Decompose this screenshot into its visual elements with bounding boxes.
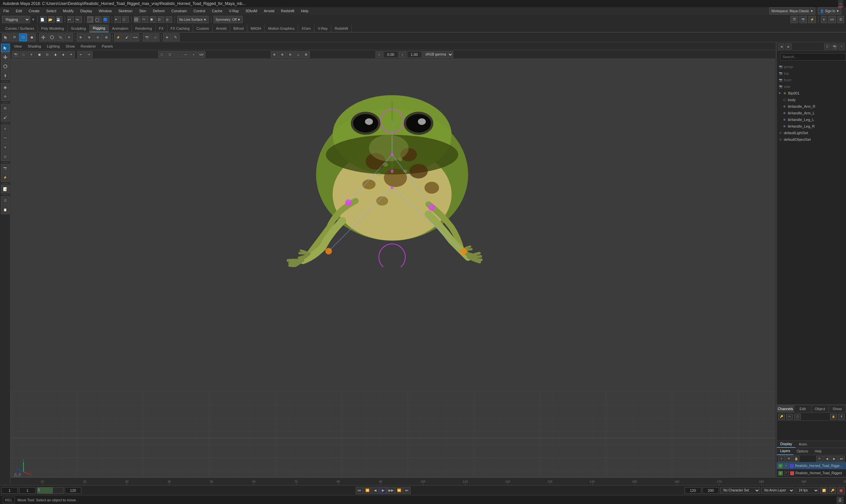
- menu-help[interactable]: Help: [300, 8, 310, 14]
- menu-3dtoall[interactable]: 3DtoAll: [244, 8, 258, 14]
- lasso-mode-btn[interactable]: ◯: [95, 16, 102, 23]
- end-frame-field[interactable]: 120: [685, 487, 701, 494]
- layer-refresh-btn[interactable]: ⟳: [816, 456, 823, 462]
- layer-next-btn[interactable]: ▶: [831, 456, 838, 462]
- vp-wireframe-btn[interactable]: ⊡: [43, 51, 51, 58]
- vp-menu-panels[interactable]: Panels: [101, 43, 114, 49]
- go-start-btn[interactable]: ⏮: [356, 487, 363, 494]
- vp-normals-vis-btn[interactable]: ⊥: [294, 51, 302, 58]
- tab-curves-surfaces[interactable]: Curves / Surfaces: [2, 24, 38, 32]
- snap-grid-btn[interactable]: [134, 16, 141, 23]
- tree-item-ikleg-l[interactable]: ⊗ ikHandle_Leg_L: [777, 116, 846, 123]
- ipr-icon-left[interactable]: ⚡: [1, 173, 10, 182]
- tab-mash[interactable]: MASH: [247, 24, 265, 32]
- layer-subtab-layers[interactable]: Layers: [777, 448, 793, 455]
- sign-in-button[interactable]: 👤 Sign In ▼: [818, 7, 841, 15]
- mirror-skin-btn[interactable]: ⟺: [131, 33, 139, 41]
- vp-shaded-btn[interactable]: ◑: [52, 51, 59, 58]
- snap-surface-icon[interactable]: ⊡: [1, 152, 10, 161]
- menu-deform[interactable]: Deform: [151, 8, 166, 14]
- cb-tab-channels[interactable]: Channels: [777, 405, 794, 413]
- prev-frame-btn[interactable]: ◀: [372, 487, 379, 494]
- tree-item-front[interactable]: 📷 front: [777, 77, 846, 83]
- panel-scroll-left-btn[interactable]: ◀: [778, 43, 784, 50]
- vp-film-gate-btn[interactable]: ▣: [36, 51, 43, 58]
- show-manip-icon[interactable]: ✛: [1, 92, 10, 101]
- vp-menu-view[interactable]: View: [13, 43, 23, 49]
- menu-control[interactable]: Control: [192, 8, 206, 14]
- open-scene-btn[interactable]: 📂: [48, 16, 55, 23]
- ik-spline-btn[interactable]: ⊘: [94, 33, 102, 41]
- start-frame-field[interactable]: 1: [1, 487, 18, 494]
- tree-item-persp[interactable]: 📷 persp: [777, 64, 846, 70]
- rotate-tool-btn[interactable]: [48, 33, 56, 41]
- mel-indicator[interactable]: MEL: [3, 497, 15, 503]
- mode-select[interactable]: Rigging Modeling Animation Rendering: [2, 16, 30, 23]
- tree-item-defaultlightset[interactable]: ⊙ defaultLightSet: [777, 129, 846, 136]
- paint-tool[interactable]: ⬡: [19, 33, 27, 41]
- tree-item-ikarm-r[interactable]: ⊗ ikHandle_Arm_R: [777, 103, 846, 110]
- play-fwd-btn[interactable]: ▶: [379, 487, 387, 494]
- panel-camera-btn[interactable]: 📷: [831, 43, 838, 50]
- vp-texture-btn[interactable]: ◈: [59, 51, 67, 58]
- tree-item-top[interactable]: 📷 top: [777, 70, 846, 77]
- tab-bifrost[interactable]: Bifrost: [230, 24, 247, 32]
- step-fwd-btn[interactable]: ⏩: [395, 487, 403, 494]
- workspace-dropdown[interactable]: Workspace: Maya Classic ▼: [769, 7, 815, 15]
- annotation-icon[interactable]: 📝: [1, 185, 10, 193]
- status-bar-settings-btn[interactable]: ☰: [837, 497, 843, 503]
- no-live-surface-btn[interactable]: No Live Surface ▼: [177, 16, 209, 23]
- vp-menu-lighting[interactable]: Lighting: [46, 43, 61, 49]
- vp-menu-renderer[interactable]: Renderer: [79, 43, 97, 49]
- layer-subtab-help[interactable]: Help: [811, 448, 825, 455]
- vp-gamma-value[interactable]: 1.00: [407, 51, 422, 58]
- scale-tool-btn[interactable]: [56, 33, 65, 41]
- vp-colorspace-select[interactable]: sRGB gamma Linear: [422, 51, 453, 58]
- menu-vray[interactable]: V-Ray: [228, 8, 240, 14]
- cb-tab-edit[interactable]: Edit: [794, 405, 811, 413]
- cb-key-btn[interactable]: 🔑: [778, 414, 785, 420]
- vp-sel-comp-btn[interactable]: ⬡: [166, 51, 174, 58]
- layer-tab-anim[interactable]: Anim: [795, 440, 810, 448]
- menu-redshift[interactable]: Redshift: [280, 8, 295, 14]
- menu-select[interactable]: Select: [45, 8, 58, 14]
- vp-grid-btn[interactable]: #: [28, 51, 35, 58]
- tree-item-ikleg-r[interactable]: ⊗ ikHandle_Leg_R: [777, 123, 846, 129]
- lassoselect-icon[interactable]: ⊜: [1, 104, 10, 112]
- vp-sel-obj-btn[interactable]: □: [158, 51, 166, 58]
- snap-curve-btn[interactable]: 〜: [142, 16, 148, 23]
- scale-tool-icon[interactable]: [1, 71, 10, 80]
- outliner-search[interactable]: [780, 53, 846, 60]
- select-tool-icon[interactable]: [1, 43, 10, 52]
- layer-item-main[interactable]: V P Realistic_Horned_Toad_Rigged: [777, 470, 846, 477]
- snap-point-icon[interactable]: ✦: [1, 143, 10, 152]
- layer-subtab-options[interactable]: Options: [793, 448, 811, 455]
- go-end-btn[interactable]: ⏭: [403, 487, 411, 494]
- vp-handles-vis-btn[interactable]: ⊗: [279, 51, 286, 58]
- vp-lighting-btn[interactable]: ☀: [68, 51, 75, 58]
- cb-lock-btn[interactable]: 🔒: [830, 414, 837, 420]
- tab-rendering[interactable]: Rendering: [132, 24, 156, 32]
- vp-camera-btn[interactable]: 📷: [12, 51, 19, 58]
- tab-redshift[interactable]: Redshift: [331, 24, 352, 32]
- next-frame-btn[interactable]: ▶▶: [388, 487, 395, 494]
- paint-weights-btn[interactable]: 🖌: [123, 33, 131, 41]
- scene-area[interactable]: Y X Z persp M: [11, 59, 777, 484]
- menu-arnold[interactable]: Arnold: [263, 8, 276, 14]
- channel-box-icon[interactable]: ☰: [1, 196, 10, 205]
- vp-menu-shading[interactable]: Shading: [26, 43, 42, 49]
- redo-btn[interactable]: ↪: [75, 16, 82, 23]
- soft-mod-icon[interactable]: ◉: [1, 83, 10, 92]
- layer-tab-display[interactable]: Display: [777, 440, 795, 448]
- layer-vis-btn[interactable]: 👁: [786, 456, 792, 462]
- cb-breakdown-btn[interactable]: ⬡: [794, 414, 801, 420]
- paintsel-icon[interactable]: 🖌: [1, 113, 10, 122]
- layer-previous-btn[interactable]: ◀: [824, 456, 830, 462]
- select-tool[interactable]: [2, 33, 10, 41]
- vp-joints-vis-btn[interactable]: ⊕: [271, 51, 278, 58]
- snap-curve-icon[interactable]: 〜: [1, 134, 10, 142]
- menu-edit[interactable]: Edit: [15, 8, 23, 14]
- tree-item-defaultobjectset[interactable]: ⊙ defaultObjectSet: [777, 136, 846, 143]
- soft-select-tool[interactable]: ◉: [28, 33, 36, 41]
- vp-tex-borders-btn[interactable]: ⊞: [303, 51, 310, 58]
